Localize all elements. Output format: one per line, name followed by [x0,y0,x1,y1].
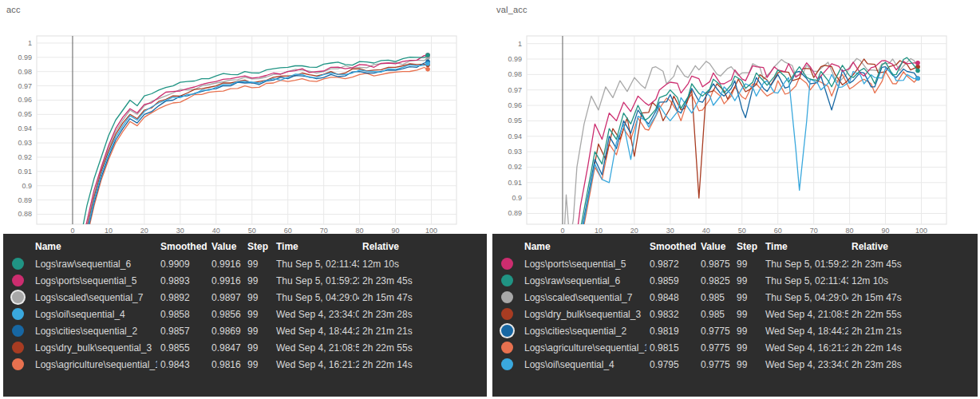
y-tick-label: 0.96 [508,101,522,109]
swatch-cell [3,339,32,356]
x-tick-label: 100 [915,227,927,234]
x-tick-label: 10 [105,227,113,234]
series-end-dot [915,69,920,73]
acc-chart-area: acc 10.990.980.970.960.950.940.930.920.9… [0,0,490,234]
x-tick-label: 40 [702,227,710,234]
relative-time: 2h 23m 28s [359,306,487,322]
run-color-icon [12,308,24,320]
series-end-dot [425,67,430,72]
x-tick-label: 0 [70,227,74,234]
raw-value: 0.9869 [208,322,244,339]
x-tick-label: 100 [425,227,437,234]
smoothed-value: 0.9859 [646,272,697,289]
column-header-smoothed: Smoothed [157,235,208,255]
raw-value: 0.9825 [697,272,733,289]
run-row: Logs\dry_bulk\sequential_30.98320.98599W… [492,306,978,322]
time-value: Thu Sep 5, 02:11:43 [273,255,359,272]
y-tick-label: 0.94 [18,124,32,132]
column-header-value: Value [697,235,733,255]
swatch-cell [492,255,521,272]
series-end-dot [915,76,920,81]
smoothed-value: 0.9819 [646,322,697,339]
column-header-relative: Relative [359,235,487,255]
x-tick-label: 50 [248,227,256,234]
series-end-dot [425,61,430,66]
step-value: 99 [733,356,762,373]
raw-value: 0.985 [697,289,733,306]
x-tick-label: 0 [560,227,564,234]
run-color-icon [12,258,24,270]
y-tick-label: 0.88 [18,210,32,218]
chart-title-acc: acc [6,5,21,14]
relative-time: 2h 23m 45s [848,255,978,272]
swatch-cell [492,356,521,373]
swatch-cell [3,255,32,272]
run-color-icon [501,291,513,303]
y-tick-label: 0.96 [18,96,32,104]
raw-value: 0.9775 [697,322,733,339]
smoothed-value: 0.9872 [646,255,697,272]
raw-value: 0.9875 [697,255,733,272]
run-color-icon [12,342,24,354]
val-acc-chart-area: val_acc 10.990.980.970.960.950.940.930.9… [490,0,980,234]
run-color-icon [12,325,24,337]
raw-value: 0.9775 [697,339,733,356]
x-tick-label: 50 [738,227,746,234]
swatch-cell [3,356,32,373]
run-row: Logs\ports\sequential_50.98930.991699Thu… [3,272,487,289]
panel-val-acc: val_acc 10.990.980.970.960.950.940.930.9… [490,0,980,399]
run-color-icon [501,358,513,370]
column-header-time: Time [273,235,359,255]
series-end-dot [915,61,920,65]
time-value: Wed Sep 4, 16:21:24 [762,339,848,356]
raw-value: 0.9816 [208,356,244,373]
smoothed-value: 0.9848 [646,289,697,306]
column-header-name: Name [32,235,157,255]
run-color-icon [501,325,513,337]
step-value: 99 [244,322,273,339]
tooltip-header-row: NameSmoothedValueStepTimeRelative [492,235,978,255]
run-tooltip-table: NameSmoothedValueStepTimeRelativeLogs\po… [492,235,978,373]
run-row: Logs\scaled\sequential_70.98480.98599Thu… [492,289,978,306]
acc-line-chart[interactable]: 10.990.980.970.960.950.940.930.920.910.9… [0,0,490,234]
time-value: Thu Sep 5, 04:29:04 [273,289,359,306]
x-tick-label: 70 [320,227,328,234]
x-tick-label: 60 [774,227,782,234]
raw-value: 0.985 [697,306,733,322]
run-name: Logs\scaled\sequential_7 [32,289,157,306]
swatch-cell [3,289,32,306]
y-tick-label: 0.95 [508,117,522,124]
time-value: Wed Sep 4, 23:34:00 [762,356,848,373]
y-tick-label: 0.99 [18,53,32,61]
time-value: Thu Sep 5, 01:59:23 [762,255,848,272]
run-name: Logs\raw\sequential_6 [521,272,646,289]
step-value: 99 [733,306,762,322]
step-value: 99 [244,356,273,373]
smoothed-value: 0.9892 [157,289,208,306]
y-tick-label: 0.97 [18,82,32,90]
val-acc-line-chart[interactable]: 10.990.980.970.960.950.940.930.920.910.9… [490,0,980,234]
relative-time: 2h 22m 55s [848,306,978,322]
y-tick-label: 1 [518,40,522,48]
swatch-cell [492,339,521,356]
swatch-column-header [492,235,521,255]
run-name: Logs\cities\sequential_2 [32,322,157,339]
time-value: Wed Sep 4, 23:34:00 [273,306,359,322]
run-row: Logs\scaled\sequential_70.98920.989799Th… [3,289,487,306]
val-acc-tooltip-table: NameSmoothedValueStepTimeRelativeLogs\po… [492,234,978,397]
time-value: Thu Sep 5, 04:29:04 [762,289,848,306]
x-tick-label: 20 [630,227,638,234]
y-tick-label: 0.97 [508,86,522,94]
run-name: Logs\raw\sequential_6 [32,255,157,272]
plot-area [37,36,456,224]
step-value: 99 [733,339,762,356]
x-tick-label: 30 [176,227,184,234]
run-row: Logs\raw\sequential_60.99090.991699Thu S… [3,255,487,272]
relative-time: 12m 10s [848,272,978,289]
raw-value: 0.9775 [697,356,733,373]
y-tick-label: 0.93 [508,148,522,156]
time-value: Thu Sep 5, 02:11:43 [762,272,848,289]
column-header-relative: Relative [848,235,978,255]
time-value: Wed Sep 4, 21:08:54 [273,339,359,356]
run-color-icon [501,308,513,320]
